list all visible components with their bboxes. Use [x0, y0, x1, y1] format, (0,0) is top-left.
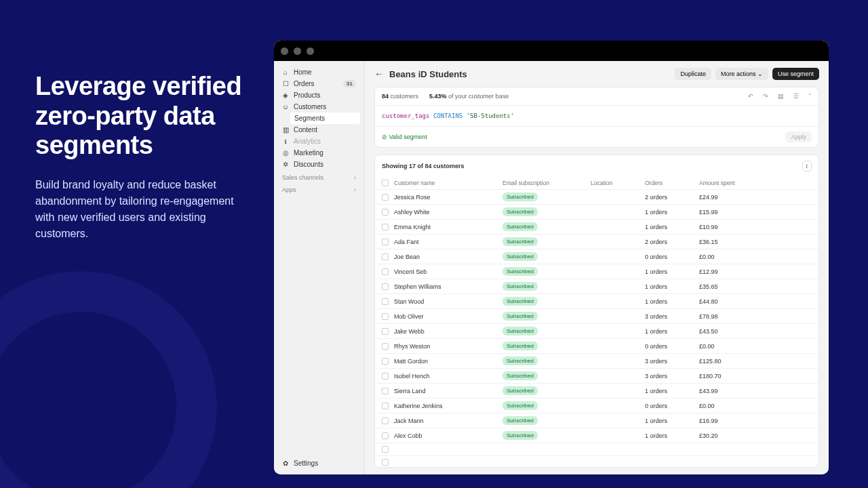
showing-label: Showing 17 of 84 customers — [382, 163, 465, 169]
cell-amount: £78.98 — [699, 313, 767, 320]
table-row[interactable]: Stan WoodSubscribed1 orders£44.80 — [375, 293, 818, 308]
col-amount: Amount spent — [699, 180, 767, 186]
table-row[interactable]: Sierra LandSubscribed1 orders£43.99 — [375, 383, 818, 398]
col-name: Customer name — [394, 180, 502, 186]
table-row[interactable]: Ada FantSubscribed2 orders£36.15 — [375, 234, 818, 249]
sidebar-label: Products — [294, 92, 320, 99]
table-row[interactable]: Jack MannSubscribed1 orders£16.99 — [375, 413, 818, 428]
cell-orders: 1 orders — [645, 283, 699, 290]
table-row[interactable]: Jessica RoseSubscribed2 orders£24.99 — [375, 189, 818, 204]
row-checkbox[interactable] — [382, 298, 389, 305]
table-row[interactable]: Alex CobbSubscribed1 orders£30.20 — [375, 428, 818, 443]
cell-orders: 1 orders — [645, 388, 699, 394]
table-row[interactable]: Joe BeanSubscribed0 orders£0.00 — [375, 249, 818, 264]
sidebar-section-sales-channels[interactable]: Sales channels › — [278, 170, 360, 182]
content-icon: ▥ — [282, 126, 289, 134]
sidebar-label: Content — [294, 126, 317, 134]
subscribed-badge: Subscribed — [502, 401, 538, 410]
marketing-body: Build brand loyalty and reduce basket ab… — [35, 177, 245, 242]
cell-name: Stan Wood — [394, 298, 502, 305]
cell-email: Subscribed — [502, 342, 591, 350]
table-row[interactable]: Katherine JenkinsSubscribed0 orders£0.00 — [375, 398, 818, 413]
row-checkbox[interactable] — [382, 283, 389, 290]
sidebar-item-home[interactable]: ⌂ Home — [278, 66, 360, 78]
sidebar-item-marketing[interactable]: ◎ Marketing — [278, 147, 360, 159]
sidebar-item-customers[interactable]: ☺ Customers — [278, 101, 360, 113]
segment-percent: 5.43% of your customer base — [429, 93, 509, 100]
page-header: ← Beans iD Students Duplicate More actio… — [365, 61, 829, 87]
cell-name: Emma Knight — [394, 224, 502, 230]
cell-orders: 2 orders — [645, 239, 699, 245]
row-checkbox[interactable] — [382, 343, 389, 350]
row-checkbox[interactable] — [382, 253, 389, 260]
cell-email: Subscribed — [502, 207, 591, 216]
table-row[interactable]: Rhys WestonSubscribed0 orders£0.00 — [375, 338, 818, 353]
table-row[interactable]: Isobel HenchSubscribed3 orders£180.70 — [375, 368, 818, 383]
segment-footer: ⊘ Valid segment Apply — [375, 126, 818, 147]
cell-name: Jake Webb — [394, 328, 502, 335]
row-checkbox[interactable] — [382, 268, 389, 275]
sidebar-section-apps[interactable]: Apps › — [278, 182, 360, 195]
zoom-dot[interactable] — [307, 47, 314, 55]
row-checkbox[interactable] — [382, 328, 389, 335]
cell-amount: £35.65 — [699, 283, 767, 290]
sidebar-item-settings[interactable]: ✿ Settings — [278, 458, 360, 469]
sort-button[interactable]: ↕ — [802, 161, 812, 171]
table-row[interactable]: Matt GordonSubscribed3 orders£125.80 — [375, 353, 818, 368]
table-row[interactable]: Emma KnightSubscribed1 orders£10.99 — [375, 219, 818, 234]
more-actions-button[interactable]: More actions ⌄ — [715, 68, 768, 80]
row-checkbox[interactable] — [382, 432, 389, 439]
row-checkbox[interactable] — [382, 209, 389, 216]
cell-name: Jack Mann — [394, 418, 502, 424]
sidebar-item-content[interactable]: ▥ Content — [278, 124, 360, 136]
row-checkbox[interactable] — [382, 373, 389, 380]
use-segment-button[interactable]: Use segment — [772, 68, 819, 80]
sidebar-item-segments[interactable]: Segments — [290, 113, 360, 124]
sidebar-item-orders[interactable]: ☐ Orders 31 — [278, 78, 360, 89]
cell-orders: 1 orders — [645, 328, 699, 335]
duplicate-button[interactable]: Duplicate — [675, 68, 711, 80]
row-checkbox[interactable] — [382, 313, 389, 320]
undo-icon[interactable]: ↶ — [748, 93, 753, 100]
apply-button[interactable]: Apply — [785, 131, 812, 142]
row-checkbox[interactable] — [382, 446, 389, 453]
sidebar-label: Analytics — [294, 138, 321, 145]
close-dot[interactable] — [281, 47, 288, 55]
filter-icon[interactable]: ☰ — [793, 93, 799, 100]
cell-email: Subscribed — [502, 282, 591, 291]
select-all-checkbox[interactable] — [382, 180, 389, 186]
cell-email: Subscribed — [502, 237, 591, 246]
row-checkbox[interactable] — [382, 224, 389, 230]
row-checkbox[interactable] — [382, 403, 389, 409]
cell-email: Subscribed — [502, 312, 591, 321]
table-row[interactable]: Jake WebbSubscribed1 orders£43.50 — [375, 323, 818, 338]
table-row[interactable]: Vincent SebSubscribed1 orders£12.99 — [375, 264, 818, 279]
row-checkbox[interactable] — [382, 194, 389, 201]
redo-icon[interactable]: ↷ — [763, 93, 768, 100]
row-checkbox[interactable] — [382, 358, 389, 365]
table-row[interactable]: Mob OliverSubscribed3 orders£78.98 — [375, 308, 818, 323]
cell-email: Subscribed — [502, 386, 591, 395]
minimize-dot[interactable] — [294, 47, 301, 55]
sidebar-item-analytics[interactable]: ⫾ Analytics — [278, 136, 360, 147]
tag-icon: ◈ — [282, 92, 289, 99]
table-row[interactable]: Ashley WhiteSubscribed1 orders£15.99 — [375, 204, 818, 219]
cell-name: Vincent Seb — [394, 268, 502, 275]
sidebar-item-products[interactable]: ◈ Products — [278, 89, 360, 101]
sidebar-item-discounts[interactable]: ✲ Discounts — [278, 159, 360, 170]
cell-email: Subscribed — [502, 401, 591, 410]
row-checkbox[interactable] — [382, 239, 389, 245]
chevron-right-icon: › — [354, 186, 356, 193]
table-row[interactable]: Stephen WilliamsSubscribed1 orders£35.65 — [375, 279, 818, 293]
template-icon[interactable]: ▤ — [778, 93, 784, 100]
row-checkbox[interactable] — [382, 388, 389, 394]
collapse-icon[interactable]: ˄ — [808, 93, 812, 100]
subscribed-badge: Subscribed — [502, 237, 538, 246]
back-arrow-icon[interactable]: ← — [374, 68, 384, 79]
segment-query[interactable]: customer_tags CONTAINS 'SB-Students' — [375, 106, 818, 126]
row-checkbox[interactable] — [382, 418, 389, 424]
cell-name: Stephen Williams — [394, 283, 502, 290]
row-checkbox[interactable] — [382, 459, 389, 466]
cell-amount: £10.99 — [699, 224, 767, 230]
customers-table-card: Showing 17 of 84 customers ↕ Customer na… — [374, 155, 819, 468]
